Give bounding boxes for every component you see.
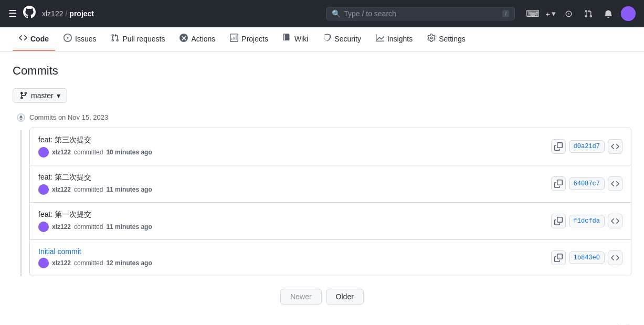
hamburger-icon[interactable]: ☰: [8, 8, 17, 19]
footer: CSDN @好巧.: [0, 317, 644, 325]
repo-link[interactable]: project: [69, 9, 94, 18]
pull-requests-nav-icon[interactable]: [581, 6, 596, 21]
commit-actions: 64087c7: [551, 176, 622, 191]
branch-selector-button[interactable]: master ▾: [13, 88, 67, 103]
commit-time-link[interactable]: 11 minutes ago: [106, 223, 152, 230]
main-content: Commits master ▾ Commits on Nov 15, 2023…: [0, 51, 644, 317]
commit-actions: f1dcfda: [551, 214, 622, 228]
commit-time-link[interactable]: 11 minutes ago: [106, 186, 152, 193]
commit-action-text: committed: [74, 186, 103, 193]
search-bar[interactable]: 🔍 Type / to search /: [326, 7, 515, 20]
commit-time-link[interactable]: 10 minutes ago: [106, 149, 152, 156]
timeline-dot: [17, 113, 25, 122]
commit-author-link[interactable]: xlz122: [52, 223, 71, 230]
commit-meta: xlz122 committed 12 minutes ago: [38, 258, 152, 268]
branch-label: master: [31, 91, 54, 100]
notifications-icon[interactable]: [601, 6, 616, 21]
tab-actions[interactable]: Actions: [173, 27, 221, 51]
github-logo-icon[interactable]: [23, 6, 36, 22]
tab-issues-label: Issues: [75, 35, 96, 43]
user-link[interactable]: xlz122: [42, 9, 63, 18]
older-button[interactable]: Older: [326, 289, 364, 305]
browse-repo-button[interactable]: [608, 139, 622, 154]
projects-tab-icon: [230, 34, 238, 44]
commit-action-text: committed: [74, 259, 103, 267]
commit-author-avatar: [38, 258, 49, 268]
tab-wiki-label: Wiki: [294, 35, 308, 43]
tab-actions-label: Actions: [191, 35, 215, 43]
browse-repo-button[interactable]: [608, 214, 622, 228]
wiki-tab-icon: [283, 34, 291, 44]
commit-author-link[interactable]: xlz122: [52, 186, 71, 193]
terminal-icon[interactable]: ⌨: [525, 6, 540, 21]
pull-requests-tab-icon: [111, 34, 119, 44]
commit-title[interactable]: Initial commit: [38, 247, 152, 256]
timeline-line: [20, 130, 22, 276]
commit-info: feat: 第一次提交 xlz122 committed 11 minutes …: [38, 210, 152, 232]
new-dropdown-button[interactable]: + ▾: [545, 9, 556, 18]
user-avatar[interactable]: [621, 6, 636, 21]
commit-hash-link[interactable]: 1b843e0: [569, 251, 605, 264]
commit-time-link[interactable]: 12 minutes ago: [106, 259, 152, 267]
copy-hash-button[interactable]: [551, 139, 566, 154]
breadcrumb: xlz122 / project: [42, 9, 94, 18]
actions-tab-icon: [180, 34, 188, 44]
commit-hash-link[interactable]: f1dcfda: [569, 215, 605, 227]
breadcrumb-separator: /: [65, 9, 67, 18]
commit-title[interactable]: feat: 第二次提交: [38, 173, 152, 182]
commit-author-link[interactable]: xlz122: [52, 259, 71, 267]
branch-chevron-icon: ▾: [57, 91, 60, 100]
table-row: feat: 第二次提交 xlz122 committed 11 minutes …: [30, 165, 631, 203]
tab-settings[interactable]: Settings: [421, 27, 472, 51]
commit-hash-link[interactable]: d0a21d7: [569, 140, 605, 153]
timeline-date-row: Commits on Nov 15, 2023: [29, 113, 631, 121]
tab-insights[interactable]: Insights: [369, 27, 419, 51]
security-tab-icon: [323, 34, 331, 44]
branch-icon: [19, 91, 28, 100]
tab-security-label: Security: [334, 35, 361, 43]
tab-security[interactable]: Security: [316, 27, 367, 51]
pagination: Newer Older: [13, 289, 631, 305]
commit-hash-link[interactable]: 64087c7: [569, 177, 605, 190]
commit-author-link[interactable]: xlz122: [52, 149, 71, 156]
commit-info: feat: 第三次提交 xlz122 committed 10 minutes …: [38, 135, 152, 158]
issues-icon[interactable]: ⊙: [561, 6, 576, 21]
plus-icon: +: [545, 9, 550, 18]
tab-pull-requests-label: Pull requests: [122, 35, 165, 43]
browse-repo-button[interactable]: [608, 176, 622, 191]
commit-title[interactable]: feat: 第一次提交: [38, 210, 152, 219]
code-icon: [19, 34, 27, 44]
timeline-date-label: Commits on Nov 15, 2023: [29, 113, 108, 121]
repo-navigation: Code Issues Pull requests Actions: [0, 27, 644, 51]
copy-hash-button[interactable]: [551, 250, 566, 265]
chevron-icon: ▾: [552, 9, 556, 18]
commit-title[interactable]: feat: 第三次提交: [38, 135, 152, 145]
commit-action-text: committed: [74, 223, 103, 230]
tab-projects-label: Projects: [241, 35, 268, 43]
tab-insights-label: Insights: [387, 35, 413, 43]
search-icon: 🔍: [332, 9, 341, 18]
commit-meta: xlz122 committed 10 minutes ago: [38, 147, 152, 158]
commit-author-avatar: [38, 222, 49, 232]
tab-code[interactable]: Code: [13, 27, 55, 51]
commit-author-avatar: [38, 147, 49, 158]
copy-hash-button[interactable]: [551, 214, 566, 228]
insights-tab-icon: [376, 34, 384, 44]
commit-info: Initial commit xlz122 committed 12 minut…: [38, 247, 152, 268]
copy-hash-button[interactable]: [551, 176, 566, 191]
tab-projects[interactable]: Projects: [224, 27, 275, 51]
commit-meta: xlz122 committed 11 minutes ago: [38, 184, 152, 195]
top-nav-actions: ⌨ + ▾ ⊙: [525, 6, 636, 21]
page-title: Commits: [13, 64, 631, 78]
issues-tab-icon: [64, 34, 72, 44]
tab-pull-requests[interactable]: Pull requests: [104, 27, 171, 51]
newer-button[interactable]: Newer: [280, 289, 321, 305]
tab-issues[interactable]: Issues: [57, 27, 102, 51]
search-placeholder-text: Type / to search: [344, 9, 396, 18]
commit-author-avatar: [38, 184, 49, 195]
commits-list: feat: 第三次提交 xlz122 committed 10 minutes …: [29, 128, 631, 276]
commits-timeline: Commits on Nov 15, 2023 feat: 第三次提交 xlz1…: [13, 113, 631, 276]
tab-wiki[interactable]: Wiki: [277, 27, 314, 51]
browse-repo-button[interactable]: [608, 250, 622, 265]
settings-tab-icon: [427, 34, 436, 44]
